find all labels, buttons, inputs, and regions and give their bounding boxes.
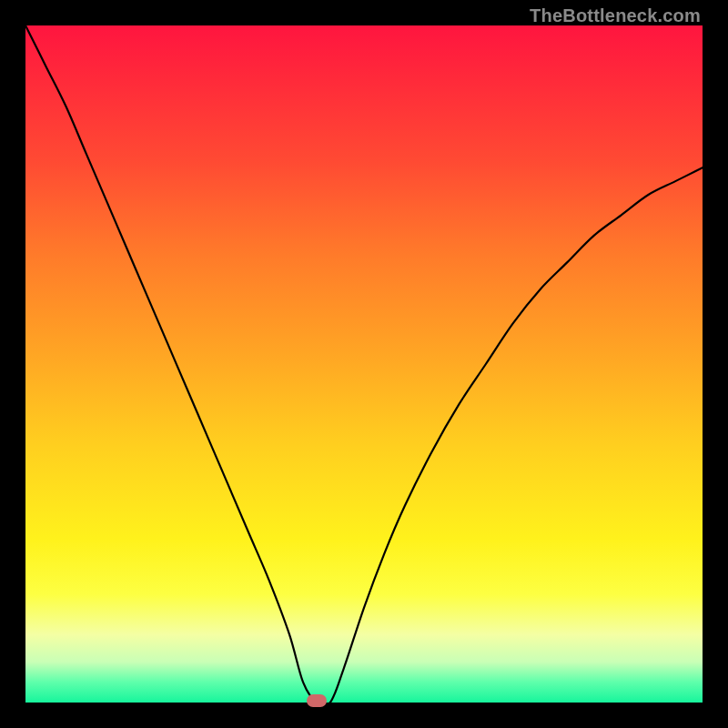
chart-frame: TheBottleneck.com [0, 0, 728, 728]
minimum-marker-icon [307, 694, 327, 707]
watermark-text: TheBottleneck.com [530, 5, 701, 26]
bottleneck-curve [25, 25, 703, 706]
curve-layer [25, 25, 703, 703]
plot-area [25, 25, 703, 703]
